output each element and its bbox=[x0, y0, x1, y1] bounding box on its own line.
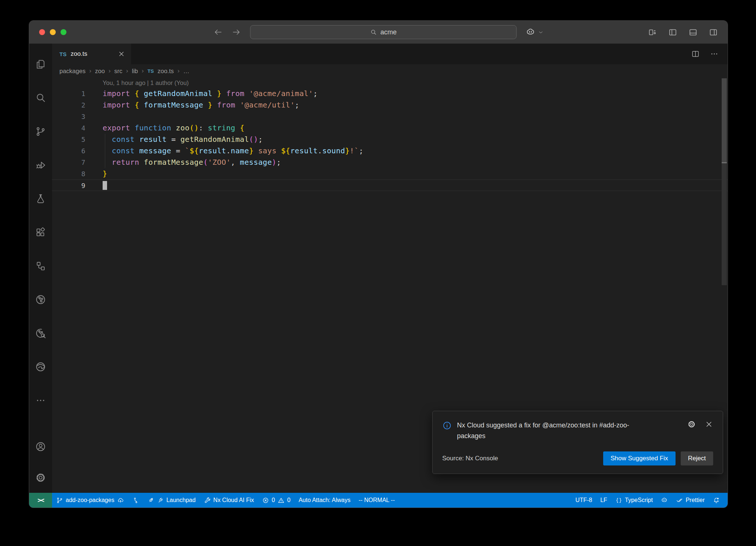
status-copilot[interactable] bbox=[657, 493, 672, 508]
tab-close-icon[interactable] bbox=[118, 50, 125, 58]
forward-icon[interactable] bbox=[232, 27, 241, 37]
breadcrumb-overflow[interactable]: … bbox=[183, 68, 189, 75]
line-number: 3 bbox=[52, 111, 85, 122]
titlebar: acme bbox=[29, 21, 728, 44]
layout-controls bbox=[648, 28, 718, 37]
split-editor-icon[interactable] bbox=[691, 50, 700, 58]
code-text: return formatMessage('ZOO', message); bbox=[103, 157, 281, 168]
reject-button[interactable]: Reject bbox=[681, 451, 713, 465]
source-control-icon[interactable] bbox=[35, 126, 46, 137]
breadcrumb-separator-icon: › bbox=[109, 67, 111, 75]
notification-message: Nx Cloud suggested a fix for @acme/zoo:t… bbox=[457, 420, 656, 442]
status-encoding[interactable]: UTF-8 bbox=[571, 493, 596, 508]
breadcrumb-item[interactable]: src bbox=[114, 68, 123, 75]
code-line-5[interactable]: 5 const result = getRandomAnimal(); bbox=[52, 134, 728, 145]
status-label: -- NORMAL -- bbox=[358, 497, 395, 504]
status-eol[interactable]: LF bbox=[596, 493, 611, 508]
tab-label: zoo.ts bbox=[71, 50, 87, 58]
breadcrumb-separator-icon: › bbox=[126, 67, 128, 75]
files-icon[interactable] bbox=[35, 59, 46, 70]
graph-search-icon[interactable] bbox=[35, 328, 46, 339]
status-nx-cloud-ai-fix[interactable]: Nx Cloud AI Fix bbox=[200, 493, 258, 508]
cloud-upload-icon bbox=[117, 497, 124, 504]
code-line-9[interactable]: 9 bbox=[52, 180, 728, 191]
status-auto-attach[interactable]: Auto Attach: Always bbox=[295, 493, 355, 508]
warning-icon bbox=[278, 497, 285, 504]
back-icon[interactable] bbox=[213, 27, 223, 37]
copilot-icon bbox=[526, 27, 536, 37]
line-number: 1 bbox=[52, 88, 85, 99]
git-blame-annotation: You, 1 hour ago | 1 author (You) bbox=[52, 78, 728, 88]
search-icon[interactable] bbox=[35, 92, 46, 103]
command-center-search[interactable]: acme bbox=[250, 25, 517, 39]
edge-icon[interactable] bbox=[35, 361, 46, 372]
breadcrumb-item[interactable]: lib bbox=[132, 68, 138, 75]
status-label: Launchpad bbox=[166, 497, 196, 504]
editor-group: TS zoo.ts packages›zoo›src›lib›TSzoo.ts›… bbox=[52, 44, 728, 493]
search-value: acme bbox=[380, 28, 396, 36]
ellipsis-icon[interactable] bbox=[35, 395, 46, 406]
account-icon[interactable] bbox=[35, 441, 46, 452]
code-lines: 1import { getRandomAnimal } from '@acme/… bbox=[52, 88, 728, 191]
notification-close-icon[interactable] bbox=[705, 420, 713, 429]
notification-source: Source: Nx Console bbox=[442, 455, 498, 462]
activity-bar bbox=[29, 44, 52, 493]
wrench-icon bbox=[204, 497, 211, 504]
line-number: 8 bbox=[52, 168, 85, 180]
extensions-icon[interactable] bbox=[35, 227, 46, 238]
tab-zoo-ts[interactable]: TS zoo.ts bbox=[52, 44, 131, 64]
error-icon bbox=[262, 497, 269, 504]
code-line-2[interactable]: 2import { formatMessage } from '@acme/ut… bbox=[52, 99, 728, 111]
rocket-icon bbox=[147, 497, 154, 504]
indent-guide bbox=[105, 134, 105, 168]
line-number: 7 bbox=[52, 157, 85, 168]
status-label: Prettier bbox=[685, 497, 705, 504]
code-line-7[interactable]: 7 return formatMessage('ZOO', message); bbox=[52, 157, 728, 168]
status-prettier[interactable]: Prettier bbox=[672, 493, 709, 508]
cursor bbox=[103, 181, 107, 190]
debug-icon[interactable] bbox=[35, 160, 46, 171]
status-vim-mode[interactable]: -- NORMAL -- bbox=[354, 493, 399, 508]
status-label: LF bbox=[600, 497, 607, 504]
search-icon bbox=[370, 29, 377, 36]
status-problems[interactable]: 00 bbox=[258, 493, 295, 508]
line-number: 9 bbox=[52, 180, 85, 191]
tab-bar: TS zoo.ts bbox=[52, 44, 728, 64]
toggle-secondary-sidebar-icon[interactable] bbox=[709, 28, 718, 37]
graph-circle-icon[interactable] bbox=[35, 294, 46, 305]
status-nx-generate[interactable] bbox=[128, 493, 143, 508]
show-suggested-fix-button[interactable]: Show Suggested Fix bbox=[603, 451, 676, 465]
minimize-window-button[interactable] bbox=[50, 29, 56, 35]
activity-bar-top bbox=[35, 59, 46, 406]
copilot-menu[interactable] bbox=[526, 27, 544, 37]
code-text: import { getRandomAnimal } from '@acme/a… bbox=[103, 88, 318, 99]
status-label: UTF-8 bbox=[575, 497, 592, 504]
status-git-branch[interactable]: add-zoo-packages bbox=[52, 493, 128, 508]
status-notifications[interactable] bbox=[709, 493, 724, 508]
nx-console-icon[interactable] bbox=[35, 260, 46, 272]
beaker-icon[interactable] bbox=[35, 193, 46, 204]
status-label: TypeScript bbox=[625, 497, 653, 504]
status-launchpad[interactable]: Launchpad bbox=[143, 493, 200, 508]
status-language[interactable]: TypeScript bbox=[611, 493, 657, 508]
typescript-file-icon: TS bbox=[59, 51, 66, 57]
more-actions-icon[interactable] bbox=[710, 50, 719, 58]
zoom-window-button[interactable] bbox=[61, 29, 66, 35]
toggle-panel-icon[interactable] bbox=[688, 28, 698, 37]
notification-settings-icon[interactable] bbox=[687, 420, 696, 429]
status-label: 0 bbox=[272, 497, 275, 504]
code-line-3[interactable]: 3 bbox=[52, 111, 728, 122]
code-line-6[interactable]: 6 const message = `${result.name} says $… bbox=[52, 145, 728, 157]
code-line-4[interactable]: 4export function zoo(): string { bbox=[52, 122, 728, 134]
remote-indicator[interactable]: >< bbox=[29, 493, 52, 508]
code-line-1[interactable]: 1import { getRandomAnimal } from '@acme/… bbox=[52, 88, 728, 99]
toggle-sidebar-icon[interactable] bbox=[668, 28, 677, 37]
code-line-8[interactable]: 8} bbox=[52, 168, 728, 180]
breadcrumb-item[interactable]: zoo bbox=[95, 68, 105, 75]
gear-icon[interactable] bbox=[35, 472, 46, 483]
breadcrumb-item-file[interactable]: zoo.ts bbox=[158, 68, 174, 75]
breadcrumb-item[interactable]: packages bbox=[59, 68, 86, 75]
status-bar-left: add-zoo-packagesLaunchpadNx Cloud AI Fix… bbox=[52, 493, 399, 508]
close-window-button[interactable] bbox=[39, 29, 45, 35]
customize-layout-icon[interactable] bbox=[648, 28, 657, 37]
